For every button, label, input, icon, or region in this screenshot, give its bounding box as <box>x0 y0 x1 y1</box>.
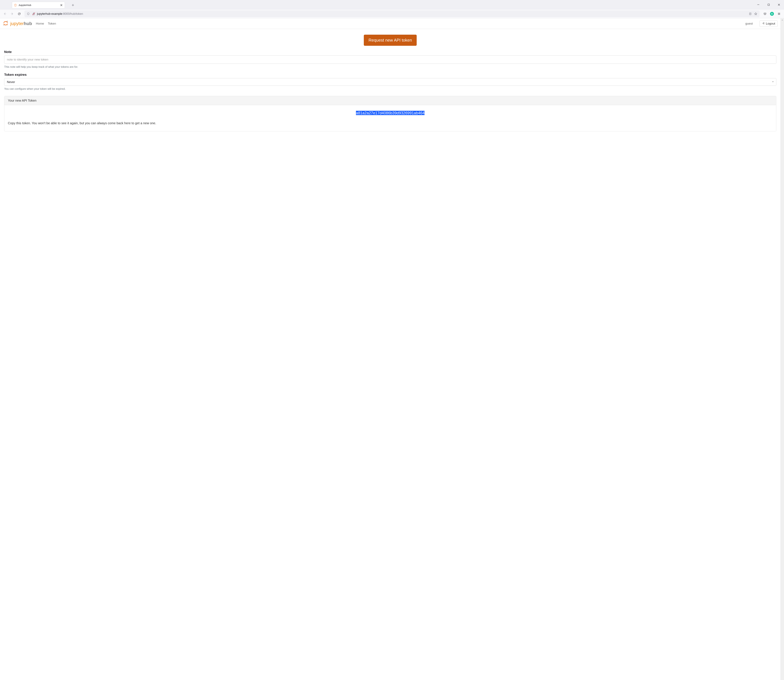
jupyterhub-logo[interactable]: jupyterhub <box>3 20 32 27</box>
logout-label: Logout <box>766 22 775 25</box>
scroll-up-button[interactable] <box>781 18 784 22</box>
page-content: jupyterhub Home Token guest Logout Reque… <box>0 18 781 680</box>
new-token-panel: Your new API Token a81a2a27e17d4086b39d9… <box>4 96 776 131</box>
nav-link-home[interactable]: Home <box>36 22 44 25</box>
svg-rect-0 <box>768 4 770 5</box>
back-button[interactable] <box>2 10 8 17</box>
close-tab-button[interactable] <box>60 4 63 6</box>
jupyter-logo-icon <box>3 20 8 27</box>
url-path: :8000/hub/token <box>62 12 83 16</box>
svg-point-4 <box>3 25 4 25</box>
window-controls <box>753 0 784 9</box>
token-page-body: Request new API token Note This note wil… <box>0 29 781 136</box>
insecure-lock-icon[interactable] <box>32 11 36 16</box>
jupyterhub-navbar: jupyterhub Home Token guest Logout <box>0 18 781 29</box>
forward-button[interactable] <box>9 10 16 17</box>
scroll-track[interactable] <box>781 22 784 680</box>
browser-tabstrip: JupyterHub <box>0 0 784 9</box>
minimize-button[interactable] <box>753 0 763 9</box>
note-field-label: Note <box>4 50 776 54</box>
jupyter-favicon <box>14 4 17 6</box>
token-instructions: Copy this token. You won't be able to se… <box>8 121 773 126</box>
window-close-button[interactable] <box>774 0 784 9</box>
expires-field-label: Token expires <box>4 73 776 77</box>
token-value[interactable]: a81a2a27e17d4086b39d9326991ab464 <box>356 111 424 115</box>
expires-select[interactable]: Never <box>4 78 776 86</box>
reload-button[interactable] <box>16 10 22 17</box>
note-input[interactable] <box>4 55 776 64</box>
browser-tab[interactable]: JupyterHub <box>12 2 65 8</box>
note-help-text: This note will help you keep track of wh… <box>4 65 776 69</box>
svg-point-3 <box>7 21 8 22</box>
maximize-button[interactable] <box>763 0 774 9</box>
pocket-icon[interactable] <box>762 10 768 17</box>
address-bar[interactable]: jupyterhub-example:8000/hub/token <box>24 10 760 17</box>
logout-button[interactable]: Logout <box>760 20 778 27</box>
jupyterhub-wordmark: jupyterhub <box>10 21 32 26</box>
logout-icon <box>762 22 765 25</box>
svg-point-5 <box>7 25 8 25</box>
new-token-panel-title: Your new API Token <box>4 96 776 105</box>
request-token-button[interactable]: Request new API token <box>364 35 416 46</box>
app-menu-button[interactable] <box>776 10 782 17</box>
url-host: jupyterhub-example <box>37 12 62 16</box>
reader-mode-icon[interactable] <box>748 11 752 16</box>
bookmark-star-icon[interactable] <box>754 11 758 16</box>
page-viewport: jupyterhub Home Token guest Logout Reque… <box>0 18 784 680</box>
shield-icon[interactable] <box>26 11 30 16</box>
expires-help-text: You can configure when your token will b… <box>4 87 776 91</box>
url-text[interactable]: jupyterhub-example:8000/hub/token <box>37 12 747 16</box>
vertical-scrollbar[interactable] <box>781 18 784 680</box>
browser-tab-title: JupyterHub <box>19 4 60 6</box>
browser-toolbar: jupyterhub-example:8000/hub/token G <box>0 9 784 18</box>
nav-link-token[interactable]: Token <box>48 22 56 25</box>
new-tab-button[interactable] <box>70 2 76 8</box>
grammarly-extension-icon[interactable]: G <box>768 10 775 17</box>
username-label: guest <box>745 22 753 25</box>
